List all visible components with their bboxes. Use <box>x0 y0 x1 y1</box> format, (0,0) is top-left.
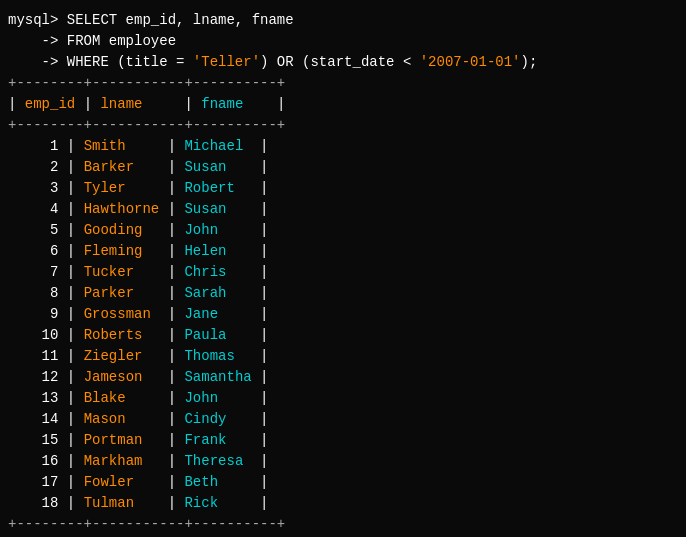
table-body: 1 | Smith | Michael | 2 | Barker | Susan… <box>8 136 678 514</box>
table-row: 11 | Ziegler | Thomas | <box>8 346 678 367</box>
table-row: 17 | Fowler | Beth | <box>8 472 678 493</box>
table-row: 13 | Blake | John | <box>8 388 678 409</box>
table-row: 15 | Portman | Frank | <box>8 430 678 451</box>
table-row: 14 | Mason | Cindy | <box>8 409 678 430</box>
select-keyword: SELECT emp_id, lname, fname <box>67 12 294 28</box>
from-clause: FROM employee <box>67 33 176 49</box>
table-row: 7 | Tucker | Chris | <box>8 262 678 283</box>
query-line-3: -> WHERE (title = 'Teller') OR (start_da… <box>8 52 678 73</box>
table-row: 18 | Tulman | Rick | <box>8 493 678 514</box>
terminal-window: mysql> SELECT emp_id, lname, fname -> FR… <box>8 10 678 537</box>
table-row: 5 | Gooding | John | <box>8 220 678 241</box>
table-row: 4 | Hawthorne | Susan | <box>8 199 678 220</box>
mysql-prompt: mysql> <box>8 12 67 28</box>
where-clause: WHERE (title = <box>67 54 193 70</box>
query-line-2: -> FROM employee <box>8 31 678 52</box>
query-line-1: mysql> SELECT emp_id, lname, fname <box>8 10 678 31</box>
table-row: 12 | Jameson | Samantha | <box>8 367 678 388</box>
table-row: 3 | Tyler | Robert | <box>8 178 678 199</box>
table-row: 6 | Fleming | Helen | <box>8 241 678 262</box>
table-row: 8 | Parker | Sarah | <box>8 283 678 304</box>
table-row: 9 | Grossman | Jane | <box>8 304 678 325</box>
divider-top: +--------+-----------+----------+ <box>8 73 678 94</box>
arrow-prompt-2: -> <box>8 54 67 70</box>
table-header-row: | emp_id | lname | fname | <box>8 94 678 115</box>
divider-mid: +--------+-----------+----------+ <box>8 115 678 136</box>
arrow-prompt: -> <box>8 33 67 49</box>
table-row: 1 | Smith | Michael | <box>8 136 678 157</box>
table-row: 10 | Roberts | Paula | <box>8 325 678 346</box>
table-row: 2 | Barker | Susan | <box>8 157 678 178</box>
divider-bottom: +--------+-----------+----------+ <box>8 514 678 535</box>
table-row: 16 | Markham | Theresa | <box>8 451 678 472</box>
